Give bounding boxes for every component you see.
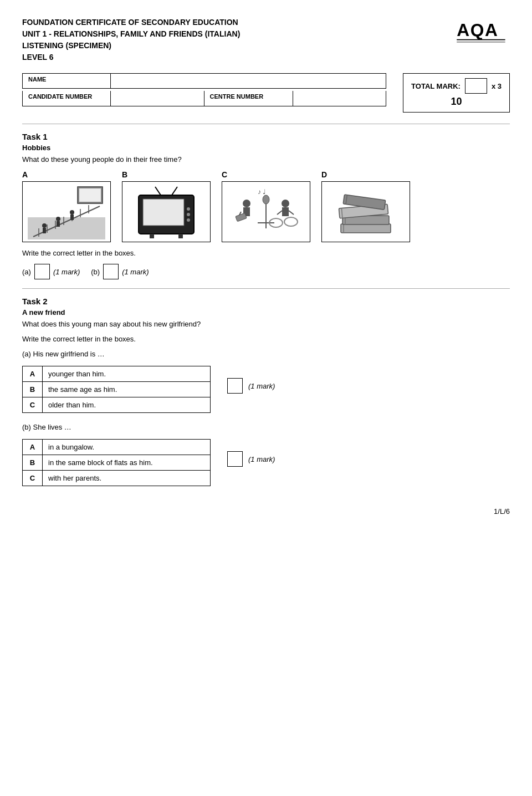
svg-point-26 [187,207,190,211]
mark-note-b: (1 mark) [122,268,149,276]
task2-part-a: (a) His new girlfriend is … Ayounger tha… [22,350,510,417]
task2-part-b-label: (b) She lives … [22,423,510,431]
option-text: with her parents. [43,471,211,486]
header-text: FOUNDATION CERTIFICATE OF SECONDARY EDUC… [22,17,240,63]
candidate-info-section: NAME CANDIDATE NUMBER CENTRE NUMBER [22,73,386,106]
option-text: younger than him. [43,366,211,382]
answer-item-a: (a) (1 mark) [22,264,80,279]
total-mark-inner: TOTAL MARK: x 3 [411,78,502,94]
books-icon [327,184,405,239]
header-line4: LEVEL 6 [22,52,240,63]
task2-question: What does this young man say about his n… [22,320,510,328]
total-mark-multiplier: x 3 [492,82,502,90]
svg-point-28 [187,218,190,222]
option-letter: A [23,440,43,455]
page-header: FOUNDATION CERTIFICATE OF SECONDARY EDUC… [22,17,510,63]
cinema-icon [28,184,105,239]
task1-section: Task 1 Hobbies What do these young peopl… [22,132,510,279]
divider1 [22,124,510,124]
image-label-a: A [22,170,28,179]
candidate-field[interactable] [111,91,204,106]
option-text: in a bungalow. [43,440,211,455]
task2-part-a-label: (a) His new girlfriend is … [22,350,510,358]
mark-note-a: (1 mark) [53,268,80,276]
svg-point-32 [243,200,250,207]
image-label-b: B [122,170,127,179]
svg-rect-22 [150,234,154,238]
name-label: NAME [22,73,111,89]
task1-title: Task 1 [22,132,510,141]
option-row: Ayounger than him. [23,366,211,382]
task1-instruction: Write the correct letter in the boxes. [22,249,510,257]
image-label-c: C [222,170,227,179]
centre-label: CENTRE NUMBER [204,91,293,106]
total-mark-value: 10 [411,96,502,108]
svg-point-16 [70,210,74,215]
task1-images-row: A [22,170,510,242]
svg-line-25 [172,187,177,195]
total-mark-blank[interactable] [465,78,487,94]
svg-point-30 [263,195,269,204]
svg-point-14 [56,217,60,221]
task2-part-b-answer-area: (1 mark) [227,451,275,467]
header-line1: FOUNDATION CERTIFICATE OF SECONDARY EDUC… [22,17,240,28]
svg-rect-19 [79,188,101,202]
task1-question: What do these young people do in their f… [22,155,510,164]
image-box-a: A [22,170,111,242]
task2-subtitle: A new friend [22,308,510,317]
answer-box-b[interactable] [103,264,119,279]
option-row: Bin the same block of flats as him. [23,455,211,471]
svg-point-41 [284,217,298,226]
centre-field[interactable] [293,91,387,106]
header-line2: UNIT 1 - RELATIONSHIPS, FAMILY AND FRIEN… [22,28,240,40]
candidate-label: CANDIDATE NUMBER [22,91,111,106]
aqa-logo: AQA [454,17,510,46]
mark-note-task2-b: (1 mark) [248,455,275,463]
task2-part-b: (b) She lives … Ain a bungalow.Bin the s… [22,423,510,491]
task2-section: Task 2 A new friend What does this young… [22,297,510,491]
svg-rect-15 [57,221,60,227]
svg-text:AQA: AQA [457,20,498,40]
svg-rect-37 [282,207,289,216]
task2-part-a-answer-area: (1 mark) [227,378,275,394]
svg-line-38 [277,211,282,215]
svg-line-24 [155,187,161,195]
aqa-logo-svg: AQA [454,17,510,44]
task1-answers-row: (a) (1 mark) (b) (1 mark) [22,264,510,279]
option-text: older than him. [43,397,211,413]
task1-subtitle: Hobbies [22,144,510,152]
image-label-d: D [321,170,327,179]
option-letter: A [23,366,43,382]
name-row: NAME [22,73,386,89]
image-box-b: B [122,170,211,242]
svg-rect-13 [43,228,46,233]
tv-icon [127,184,205,239]
answer-box-task2-a[interactable] [227,378,243,394]
answer-box-task2-b[interactable] [227,451,243,467]
option-row: Cwith her parents. [23,471,211,486]
total-mark-label: TOTAL MARK: [411,82,461,90]
svg-rect-23 [178,234,183,238]
svg-text:♪ ♩: ♪ ♩ [258,188,266,196]
option-text: in the same block of flats as him. [43,455,211,471]
option-letter: C [23,397,43,413]
answer-box-a[interactable] [34,264,50,279]
name-field[interactable] [111,73,386,89]
mark-note-task2-a: (1 mark) [248,382,275,390]
task2-part-a-options: Ayounger than him.Bthe same age as him.C… [22,366,211,413]
task2-title: Task 2 [22,297,510,306]
option-row: Bthe same age as him. [23,382,211,397]
svg-rect-21 [143,199,184,226]
svg-line-39 [289,211,294,215]
page-number: 1/L/6 [22,507,510,516]
image-box-d: D [321,170,410,242]
option-row: Colder than him. [23,397,211,413]
candidate-centre-row: CANDIDATE NUMBER CENTRE NUMBER [22,91,386,106]
svg-rect-43 [341,224,391,233]
option-letter: B [23,455,43,471]
image-frame-c: ♪ ♩ [222,181,310,242]
header-line3: LISTENING (SPECIMEN) [22,40,240,52]
task2-part-b-options: Ain a bungalow.Bin the same block of fla… [22,439,211,486]
answer-part-a-label: (a) [22,268,31,276]
option-text: the same age as him. [43,382,211,397]
